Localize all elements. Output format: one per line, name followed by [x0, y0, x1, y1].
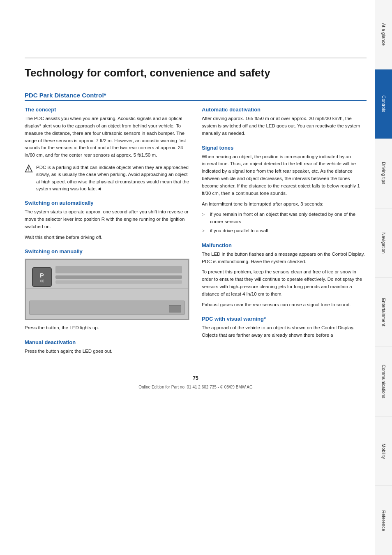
manual-deactivation-text: Press the button again; the LED goes out…	[25, 348, 189, 355]
left-column: The concept The PDC assists you when you…	[25, 106, 189, 358]
dashboard-sim: P ))))	[25, 259, 189, 320]
sidebar-label-entertainment: Entertainment	[381, 298, 386, 326]
page-title: Technology for comfort, convenience and …	[25, 58, 367, 79]
bullet-item-1: if you remain in front of an object that…	[202, 211, 367, 226]
sidebar-item-mobility[interactable]: Mobility	[375, 416, 392, 486]
svg-point-2	[28, 171, 29, 171]
warning-icon	[25, 164, 33, 173]
sidebar-label-reference: Reference	[381, 510, 386, 531]
warning-text: PDC is a parking aid that can indicate o…	[36, 164, 189, 192]
warning-box: PDC is a parking aid that can indicate o…	[25, 164, 189, 192]
concept-paragraph-1: The PDC assists you when you are parking…	[25, 115, 189, 159]
sidebar-label-navigation: Navigation	[381, 232, 386, 254]
sidebar-item-driving-tips[interactable]: Driving tips	[375, 139, 392, 208]
right-column: Automatic deactivation After driving app…	[202, 106, 367, 358]
malfunction-text1: The LED in the button flashes and a mess…	[202, 251, 367, 266]
concept-title: The concept	[25, 106, 189, 113]
sidebar-label-controls: Controls	[381, 95, 386, 112]
auto-deactivation-title: Automatic deactivation	[202, 106, 367, 113]
page-number: 75	[25, 375, 367, 381]
switching-auto-text2: Wait this short time before driving off.	[25, 234, 189, 241]
sidebar: At a glance Controls Driving tips Naviga…	[375, 0, 392, 555]
sidebar-item-entertainment[interactable]: Entertainment	[375, 278, 392, 347]
sidebar-label-driving-tips: Driving tips	[381, 162, 386, 184]
main-content: Technology for comfort, convenience and …	[0, 0, 375, 555]
sidebar-item-controls[interactable]: Controls	[375, 69, 392, 139]
malfunction-text2: To prevent this problem, keep the sensor…	[202, 268, 367, 298]
dashboard-image: P ))))	[25, 259, 189, 320]
footer-text: Online Edition for Part no. 01 41 2 602 …	[138, 385, 253, 389]
sidebar-label-mobility: Mobility	[381, 444, 386, 459]
manual-deactivation-title: Manual deactivation	[25, 339, 189, 345]
signal-tones-intro: When nearing an object, the position is …	[202, 153, 367, 197]
signal-tones-list: if you remain in front of an object that…	[202, 211, 367, 234]
pdc-section-title: PDC Park Distance Control*	[25, 92, 367, 101]
sidebar-label-communications: Communications	[381, 365, 386, 398]
sidebar-item-at-a-glance[interactable]: At a glance	[375, 0, 392, 69]
switching-manual-title: Switching on manually	[25, 248, 189, 254]
switching-manual-caption: Press the button, the LED lights up.	[25, 324, 189, 332]
pdc-visual-title: PDC with visual warning*	[202, 316, 367, 322]
two-column-layout: The concept The PDC assists you when you…	[25, 106, 367, 358]
sidebar-label-at-a-glance: At a glance	[381, 23, 386, 46]
sidebar-item-communications[interactable]: Communications	[375, 347, 392, 416]
malfunction-text3: Exhaust gases near the rear sensors can …	[202, 301, 367, 309]
switching-auto-text: The system starts to operate approx. one…	[25, 208, 189, 230]
auto-deactivation-text: After driving approx. 165 ft/50 m or at …	[202, 115, 367, 137]
page-footer: 75 Online Edition for Part no. 01 41 2 6…	[25, 371, 367, 390]
switching-auto-title: Switching on automatically	[25, 200, 189, 206]
bullet-item-2: if you drive parallel to a wall	[202, 227, 367, 235]
signal-tones-intermittent: An intermittent tone is interrupted afte…	[202, 201, 367, 208]
signal-tones-title: Signal tones	[202, 145, 367, 151]
sidebar-item-reference[interactable]: Reference	[375, 486, 392, 555]
malfunction-title: Malfunction	[202, 242, 367, 248]
page-container: Technology for comfort, convenience and …	[0, 0, 392, 555]
pdc-visual-text: The approach of the vehicle to an object…	[202, 324, 367, 339]
sidebar-item-navigation[interactable]: Navigation	[375, 208, 392, 278]
